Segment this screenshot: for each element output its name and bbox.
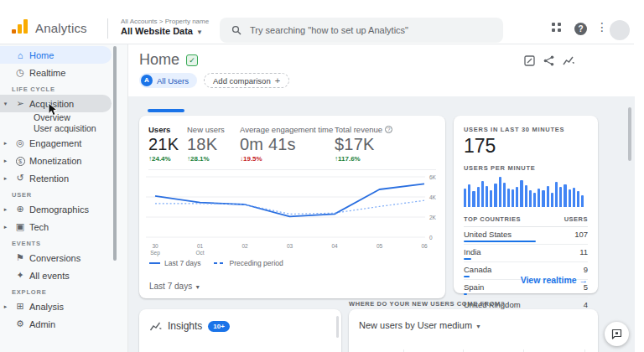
search-placeholder: Try searching "how to set up Analytics" <box>250 25 408 35</box>
search-input[interactable]: Try searching "how to set up Analytics" <box>220 18 503 43</box>
insights-card[interactable]: Insights 10+ <box>139 309 341 352</box>
sidebar-item-label: Engagement <box>29 138 81 148</box>
svg-text:Sep: Sep <box>150 250 160 256</box>
realtime-title: USERS IN LAST 30 MINUTES <box>464 126 588 133</box>
content-scrollbar[interactable] <box>628 107 631 161</box>
sidebar-item-monetization[interactable]: ▸$Monetization <box>0 152 112 169</box>
metric-label: New users <box>187 125 240 134</box>
metric-value: 0m 41s <box>240 135 335 154</box>
metric-label: Average engagement time <box>240 125 335 134</box>
plus-icon: + <box>275 75 280 85</box>
metric-users[interactable]: Users21K↑24.4% <box>148 125 187 163</box>
minute-bar <box>529 190 532 207</box>
metrics-divider <box>148 169 436 170</box>
retention-icon: ↺ <box>11 173 29 184</box>
sidebar-item-retention[interactable]: ▸↺Retention <box>0 169 112 187</box>
users-per-minute-label: USERS PER MINUTE <box>464 164 588 172</box>
metric-new-users[interactable]: New users18K↑28.1% <box>187 125 240 163</box>
insights-icon[interactable] <box>563 54 574 70</box>
main-content: Home ✓ A All Users Add comparison + User… <box>127 44 634 352</box>
sidebar-item-label: Acquisition <box>29 99 74 109</box>
sidebar-nav: ⌂Home◷RealtimeLIFE CYCLE▾➢AcquisitionOve… <box>0 44 127 352</box>
metric-total-revenue[interactable]: Total revenue?$17K↑117.6% <box>335 125 435 163</box>
sidebar-item-acquisition[interactable]: ▾➢Acquisition <box>0 95 112 112</box>
more-vert-icon[interactable]: ⋮ <box>596 20 608 34</box>
view-realtime-link[interactable]: View realtime → <box>521 275 588 285</box>
users-line-chart: 02K4K6K30Sep01Oct0203040506 <box>143 172 439 259</box>
sidebar-item-label: Retention <box>29 173 69 184</box>
realtime-users-value: 175 <box>464 135 588 158</box>
svg-text:01: 01 <box>197 243 204 249</box>
metrics-row: Users21K↑24.4%New users18K↑28.1%Average … <box>139 116 445 163</box>
minute-bar <box>464 189 466 207</box>
sidebar-section-user: USER <box>0 187 127 200</box>
insights-scrollbar[interactable] <box>336 316 339 338</box>
demographics-icon: ⊕ <box>11 204 29 215</box>
sidebar-section-explore: EXPLORE <box>0 284 127 298</box>
sidebar-item-label: Admin <box>29 319 55 329</box>
minute-bar <box>581 195 584 207</box>
insights-icon <box>149 321 162 332</box>
sidebar-item-engagement[interactable]: ▸◎Engagement <box>0 134 112 152</box>
country-name: India <box>464 247 481 256</box>
feedback-button[interactable] <box>605 322 629 346</box>
app-name: Analytics <box>35 21 87 35</box>
country-name: Canada <box>464 265 491 274</box>
sidebar-item-tech[interactable]: ▸▣Tech <box>0 218 112 236</box>
minute-bar <box>551 193 553 207</box>
apps-grid-icon[interactable] <box>552 23 561 32</box>
sidebar-item-realtime[interactable]: ◷Realtime <box>0 64 112 81</box>
sidebar-subitem-overview[interactable]: Overview <box>0 112 127 123</box>
date-range-selector[interactable]: Last 7 days▼ <box>149 282 200 291</box>
comparison-chip-all-users[interactable]: A All Users <box>139 73 197 88</box>
sidebar-item-demographics[interactable]: ▸⊕Demographics <box>0 200 112 218</box>
feedback-bubble-icon <box>611 329 622 339</box>
metric-delta: ↑24.4% <box>148 155 187 163</box>
chevron-right-icon: ▸ <box>0 175 11 182</box>
legend-last-7-days: Last 7 days <box>149 259 200 267</box>
insights-count-badge: 10+ <box>208 321 230 332</box>
property-selector[interactable]: All Website Data▼ <box>121 26 203 36</box>
minute-bar <box>559 187 562 207</box>
help-icon[interactable]: ? <box>574 23 587 35</box>
country-row-india: India11 <box>464 245 588 262</box>
sidebar-item-home[interactable]: ⌂Home <box>0 46 112 64</box>
country-name: United States <box>464 230 512 239</box>
chevron-down-icon: ▼ <box>195 284 200 290</box>
flag-icon: ⚑ <box>11 252 29 263</box>
sidebar-item-label: Realtime <box>29 68 65 78</box>
minute-bar <box>577 191 579 207</box>
svg-text:2K: 2K <box>429 215 437 220</box>
user-avatar[interactable] <box>610 20 630 40</box>
gear-icon: ⚙ <box>11 318 29 329</box>
page-title: Home ✓ <box>139 51 198 69</box>
realtime-card: USERS IN LAST 30 MINUTES 175 USERS PER M… <box>454 116 598 293</box>
minute-bar <box>533 193 536 207</box>
metric-average-engagement-time[interactable]: Average engagement time0m 41s↓19.5% <box>240 125 335 163</box>
country-bar <box>464 276 470 277</box>
sidebar-item-all-events[interactable]: ✦All events <box>0 267 112 284</box>
minute-bar <box>555 182 558 207</box>
series-last-7-days <box>155 184 424 216</box>
new-users-metric-selector[interactable]: New users by User medium▼ <box>349 309 598 330</box>
chart-legend: Last 7 days Preceding period <box>139 259 445 267</box>
minute-bar <box>564 184 566 207</box>
sidebar-item-label: All events <box>29 271 70 281</box>
add-comparison-button[interactable]: Add comparison + <box>204 73 289 88</box>
events-icon: ✦ <box>11 270 29 281</box>
share-icon[interactable] <box>543 54 554 70</box>
sidebar-scrollbar[interactable] <box>113 46 117 261</box>
customize-report-icon[interactable] <box>524 54 535 70</box>
svg-text:03: 03 <box>287 243 293 249</box>
chevron-right-icon: ▸ <box>0 206 11 213</box>
svg-text:Oct: Oct <box>195 250 204 256</box>
sidebar-item-admin[interactable]: ⚙Admin <box>0 315 112 333</box>
new-users-section-title: WHERE DO YOUR NEW USERS COME FROM? <box>349 300 505 308</box>
svg-text:6K: 6K <box>429 174 437 180</box>
sidebar-item-analysis[interactable]: ▸⊞Analysis <box>0 298 112 315</box>
insights-label: Insights <box>168 320 202 332</box>
sidebar-subitem-user-acquisition[interactable]: User acquisition <box>0 123 127 134</box>
comparison-avatar: A <box>141 75 153 86</box>
minute-bar <box>494 184 496 207</box>
sidebar-item-conversions[interactable]: ⚑Conversions <box>0 249 112 267</box>
